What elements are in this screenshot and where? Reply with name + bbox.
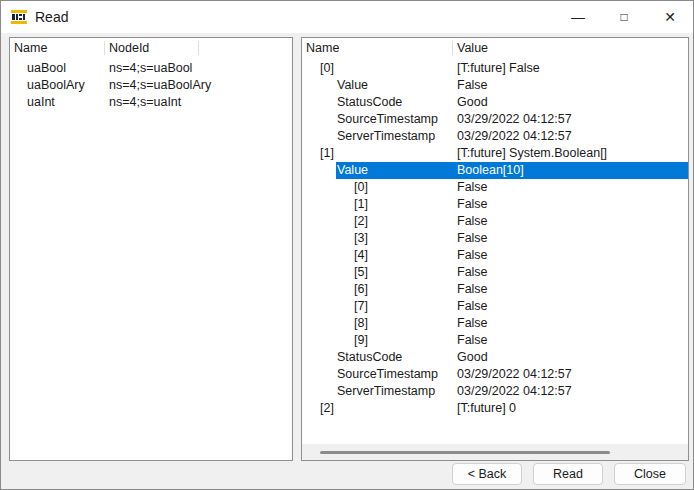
list-item[interactable]: uaIntns=4;s=uaInt: [10, 94, 292, 111]
attribute-name: [1]: [353, 196, 457, 213]
attribute-name: [3]: [353, 230, 457, 247]
tree-row[interactable]: [2][T:future] 0: [302, 400, 688, 417]
read-dialog-window: Read — □ ✕ Name NodeId uaBoolns=4;s=uaBo…: [0, 0, 694, 490]
attribute-value: False: [457, 230, 688, 247]
tree-row[interactable]: [1]False: [302, 196, 688, 213]
attribute-name: ServerTimestamp: [336, 383, 457, 400]
read-button[interactable]: Read: [533, 463, 603, 485]
tree-indent: [302, 281, 353, 298]
attribute-value: Good: [457, 349, 688, 366]
attribute-name: [4]: [353, 247, 457, 264]
tree-row[interactable]: [0]False: [302, 179, 688, 196]
column-header-nodeid[interactable]: NodeId: [105, 38, 199, 58]
tree-row[interactable]: [4]False: [302, 247, 688, 264]
app-icon: [11, 9, 27, 25]
attribute-value: Good: [457, 94, 688, 111]
tree-indent: [302, 383, 336, 400]
tree-row[interactable]: ValueFalse: [302, 77, 688, 94]
attribute-value: [T:future] False: [457, 60, 688, 77]
window-controls: — □ ✕: [555, 1, 693, 33]
titlebar: Read — □ ✕: [1, 1, 693, 33]
tree-indent: [302, 94, 336, 111]
tree-row[interactable]: SourceTimestamp03/29/2022 04:12:57: [302, 111, 688, 128]
attribute-name: [0]: [319, 60, 457, 77]
list-item[interactable]: uaBoolns=4;s=uaBool: [10, 60, 292, 77]
tree-indent: [302, 366, 336, 383]
attribute-value: 03/29/2022 04:12:57: [457, 383, 688, 400]
attribute-name: [2]: [353, 213, 457, 230]
tree-row[interactable]: [1][T:future] System.Boolean[]: [302, 145, 688, 162]
column-header-value[interactable]: Value: [453, 38, 688, 58]
read-results-rows: [0][T:future] FalseValueFalseStatusCodeG…: [302, 58, 688, 417]
back-button[interactable]: < Back: [452, 463, 522, 485]
node-name: uaBoolAry: [10, 77, 105, 94]
attribute-value: 03/29/2022 04:12:57: [457, 366, 688, 383]
tree-indent: [302, 332, 353, 349]
list-item[interactable]: uaBoolAryns=4;s=uaBoolAry: [10, 77, 292, 94]
node-id: ns=4;s=uaBool: [105, 60, 192, 77]
tree-row[interactable]: [6]False: [302, 281, 688, 298]
node-name: uaInt: [10, 94, 105, 111]
attribute-value: False: [457, 77, 688, 94]
tree-indent: [302, 315, 353, 332]
attribute-value: False: [457, 281, 688, 298]
close-window-button[interactable]: ✕: [647, 1, 693, 33]
attribute-value: False: [457, 298, 688, 315]
read-results-header: Name Value: [302, 38, 688, 58]
attribute-name: SourceTimestamp: [336, 111, 457, 128]
tree-row[interactable]: [8]False: [302, 315, 688, 332]
attribute-value: False: [457, 247, 688, 264]
horizontal-scrollbar[interactable]: [302, 444, 688, 460]
tree-indent: [302, 128, 336, 145]
horizontal-scrollbar-thumb[interactable]: [320, 451, 610, 454]
tree-indent: [302, 349, 336, 366]
attribute-value: False: [457, 332, 688, 349]
tree-row[interactable]: ServerTimestamp03/29/2022 04:12:57: [302, 383, 688, 400]
tree-indent: [302, 264, 353, 281]
attribute-name: [9]: [353, 332, 457, 349]
tree-indent: [302, 400, 319, 417]
attribute-name: SourceTimestamp: [336, 366, 457, 383]
attribute-value: False: [457, 264, 688, 281]
attribute-value: [T:future] 0: [457, 400, 688, 417]
tree-indent: [302, 111, 336, 128]
tree-indent: [302, 298, 353, 315]
tree-row[interactable]: StatusCodeGood: [302, 94, 688, 111]
node-name: uaBool: [10, 60, 105, 77]
tree-row[interactable]: [0][T:future] False: [302, 60, 688, 77]
tree-row[interactable]: [5]False: [302, 264, 688, 281]
node-id: ns=4;s=uaBoolAry: [105, 77, 211, 94]
close-button[interactable]: Close: [614, 463, 686, 485]
attribute-value: Boolean[10]: [457, 162, 688, 179]
attribute-name: [2]: [319, 400, 457, 417]
tree-row[interactable]: [7]False: [302, 298, 688, 315]
attribute-value: [T:future] System.Boolean[]: [457, 145, 688, 162]
tree-row[interactable]: [3]False: [302, 230, 688, 247]
tree-row[interactable]: SourceTimestamp03/29/2022 04:12:57: [302, 366, 688, 383]
tree-row-selected[interactable]: ValueBoolean[10]: [302, 162, 688, 179]
dialog-client-area: Name NodeId uaBoolns=4;s=uaBooluaBoolAry…: [1, 33, 693, 490]
tree-row[interactable]: [2]False: [302, 213, 688, 230]
footer-buttons: < Back Read Close: [452, 463, 686, 485]
attribute-name: Value: [336, 162, 457, 179]
tree-indent: [302, 196, 353, 213]
attribute-value: 03/29/2022 04:12:57: [457, 111, 688, 128]
tree-row[interactable]: [9]False: [302, 332, 688, 349]
node-id: ns=4;s=uaInt: [105, 94, 181, 111]
tree-indent: [302, 247, 353, 264]
tree-indent: [302, 60, 319, 77]
column-header-name[interactable]: Name: [302, 38, 453, 58]
node-list-panel: Name NodeId uaBoolns=4;s=uaBooluaBoolAry…: [9, 37, 293, 461]
tree-row[interactable]: StatusCodeGood: [302, 349, 688, 366]
column-header-name[interactable]: Name: [10, 38, 105, 58]
node-list-header: Name NodeId: [10, 38, 292, 58]
tree-indent: [302, 213, 353, 230]
minimize-button[interactable]: —: [555, 1, 601, 33]
maximize-button[interactable]: □: [601, 1, 647, 33]
attribute-value: 03/29/2022 04:12:57: [457, 128, 688, 145]
attribute-name: Value: [336, 77, 457, 94]
tree-indent: [302, 145, 319, 162]
attribute-value: False: [457, 179, 688, 196]
attribute-name: [5]: [353, 264, 457, 281]
tree-row[interactable]: ServerTimestamp03/29/2022 04:12:57: [302, 128, 688, 145]
